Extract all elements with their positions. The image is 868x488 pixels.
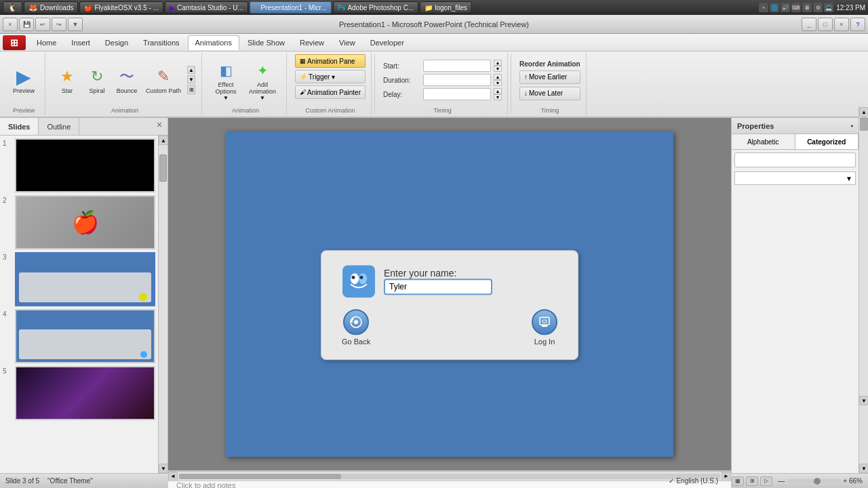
notes-placeholder[interactable]: Click to add notes [176, 481, 235, 488]
go-back-button[interactable]: Go Back [342, 309, 370, 346]
taskbar-logon[interactable]: 📁 logon_files [420, 1, 472, 14]
menu-tab-review[interactable]: Review [293, 35, 331, 50]
save-button[interactable]: 💾 [19, 18, 34, 31]
menu-tab-developer[interactable]: Developer [363, 35, 411, 50]
props-tab-alphabetic[interactable]: Alphabetic [732, 134, 795, 149]
list-item: 2 🍎 [3, 195, 155, 249]
menu-tab-animations[interactable]: Animations [188, 35, 239, 50]
properties-tabs: Alphabetic Categorized [732, 134, 859, 150]
slide-3-mini-dialog [19, 272, 151, 302]
properties-dropdown[interactable]: ▼ [734, 171, 856, 185]
spell-check-icon: ✓ [669, 477, 674, 485]
animation-painter-button[interactable]: 🖌 Animation Painter [295, 85, 366, 99]
slide-sorter-button[interactable]: ⊞ [746, 476, 758, 486]
menu-tab-insert[interactable]: Insert [64, 35, 97, 50]
tray-icon-7: 💻 [824, 3, 833, 12]
help-button[interactable]: ? [850, 18, 865, 31]
timing-delay-up[interactable]: ▲ [494, 88, 502, 94]
language-info: ✓ English (U.S.) [669, 477, 718, 485]
timing-delay-control[interactable] [423, 88, 491, 100]
timing-duration-control[interactable] [423, 74, 491, 86]
slide-thumbnail-1[interactable] [15, 138, 155, 192]
custom-animation-items: ▦ Animation Pane ⚡ Trigger ▾ 🖌 Animation… [295, 54, 366, 106]
taskbar-photoshop[interactable]: Ps Adobe Photoshop C... [333, 1, 419, 14]
minimize-button[interactable]: _ [802, 18, 816, 31]
animation-scroll-up[interactable]: ▲ [187, 66, 195, 74]
slide-thumbnail-4[interactable] [15, 309, 155, 363]
close-button[interactable]: × [3, 18, 18, 31]
properties-search-input[interactable] [735, 157, 855, 164]
effect-options-button[interactable]: ◧ Effect Options ▼ [210, 57, 241, 104]
move-later-button[interactable]: ↓ Move Later [519, 87, 580, 100]
maximize-button[interactable]: □ [818, 18, 833, 31]
move-earlier-button[interactable]: ↑ Move Earlier [519, 70, 580, 84]
h-scroll-thumb[interactable] [179, 474, 341, 479]
slideshow-view-button[interactable]: ▷ [760, 476, 772, 486]
taskbar-system-area: + 🌐 🔊 ⌨ 🖥 ⚙ 💻 12:23 PM [759, 3, 865, 12]
custom-path-button[interactable]: ✎ Custom Path [143, 64, 184, 96]
timing-start-control[interactable] [423, 60, 491, 72]
menu-tab-view[interactable]: View [332, 35, 362, 50]
timing-start-down[interactable]: ▼ [494, 66, 502, 72]
animation-more[interactable]: ⊞ [187, 85, 195, 94]
menu-tab-slideshow[interactable]: Slide Show [241, 35, 292, 50]
list-item: 4 [3, 309, 155, 363]
camtasia-icon: ▶ [170, 4, 175, 12]
menu-tab-home[interactable]: Home [30, 35, 63, 50]
h-scroll-left[interactable]: ◄ [168, 472, 178, 481]
tab-slides[interactable]: Slides [0, 118, 39, 135]
undo-button[interactable]: ↩ [35, 18, 50, 31]
office-button[interactable]: ⊞ [3, 35, 26, 50]
flyakite-icon: 🍎 [84, 4, 92, 12]
trigger-button[interactable]: ⚡ Trigger ▾ [295, 70, 366, 83]
scroll-up-button[interactable]: ▲ [159, 136, 167, 145]
svg-rect-8 [542, 320, 547, 323]
taskbar-camtasia[interactable]: ▶ Camtasia Studio - U... [165, 1, 248, 14]
animation-pane-button[interactable]: ▦ Animation Pane [295, 54, 366, 68]
taskbar-presentation[interactable]: P Presentation1 - Micr... [250, 1, 332, 14]
timing-dur-down[interactable]: ▼ [494, 80, 502, 86]
props-tab-categorized[interactable]: Categorized [795, 134, 859, 149]
slide-thumbnail-3[interactable] [15, 252, 155, 306]
taskbar-downloads[interactable]: 🦊 Downloads [24, 1, 78, 14]
slide-thumbnail-5[interactable] [15, 366, 155, 420]
name-input[interactable] [384, 279, 492, 295]
scroll-thumb[interactable] [159, 155, 167, 182]
taskbar-ubuntu[interactable]: 🐧 [3, 1, 22, 14]
close-slides-panel[interactable]: × [153, 118, 166, 131]
redo-button[interactable]: ↪ [52, 18, 66, 31]
timing-start-up[interactable]: ▲ [494, 60, 502, 66]
zoom-thumb[interactable] [814, 478, 821, 485]
slides-scrollbar[interactable]: ▲ ▼ [158, 136, 167, 473]
window-close-button[interactable]: × [834, 18, 849, 31]
svg-point-3 [352, 276, 355, 279]
main-scroll-down[interactable]: ▼ [859, 464, 868, 473]
props-scroll-up[interactable]: ▲ [859, 107, 868, 117]
properties-expand[interactable]: ▪ [850, 122, 853, 129]
normal-view-button[interactable]: ▦ [732, 476, 744, 486]
slide-number-2: 2 [3, 195, 11, 204]
timing-delay-row: Delay: ▲ ▼ [383, 88, 502, 100]
bounce-button[interactable]: 〜 Bounce [113, 64, 140, 96]
log-in-button[interactable]: Log In [532, 309, 557, 346]
props-scroll-thumb[interactable] [860, 117, 868, 131]
customize-btn[interactable]: ▼ [68, 18, 83, 31]
timing-delay-down[interactable]: ▼ [494, 94, 502, 100]
props-scroll-down[interactable]: ▼ [859, 396, 868, 405]
add-animation-button[interactable]: ✦ Add Animation ▼ [244, 57, 281, 104]
effect-options-arrow: ▼ [223, 95, 229, 101]
spiral-button[interactable]: ↻ Spiral [83, 64, 111, 96]
taskbar-flyakite[interactable]: 🍎 FlyakiteOSX v3.5 - ... [79, 1, 163, 14]
slide-thumbnail-2[interactable]: 🍎 [15, 195, 155, 249]
menu-tab-design[interactable]: Design [98, 35, 135, 50]
zoom-slider[interactable] [787, 479, 841, 483]
tab-outline[interactable]: Outline [39, 118, 79, 135]
custom-path-icon: ✎ [153, 66, 174, 87]
menu-tab-transitions[interactable]: Transitions [136, 35, 186, 50]
scroll-down-button[interactable]: ▼ [159, 464, 167, 473]
star-button[interactable]: ★ Star [54, 64, 81, 96]
preview-button[interactable]: ▶ Preview [8, 63, 39, 97]
animation-scroll-down[interactable]: ▼ [187, 75, 195, 83]
timing-dur-up[interactable]: ▲ [494, 74, 502, 80]
svg-rect-7 [540, 317, 549, 325]
